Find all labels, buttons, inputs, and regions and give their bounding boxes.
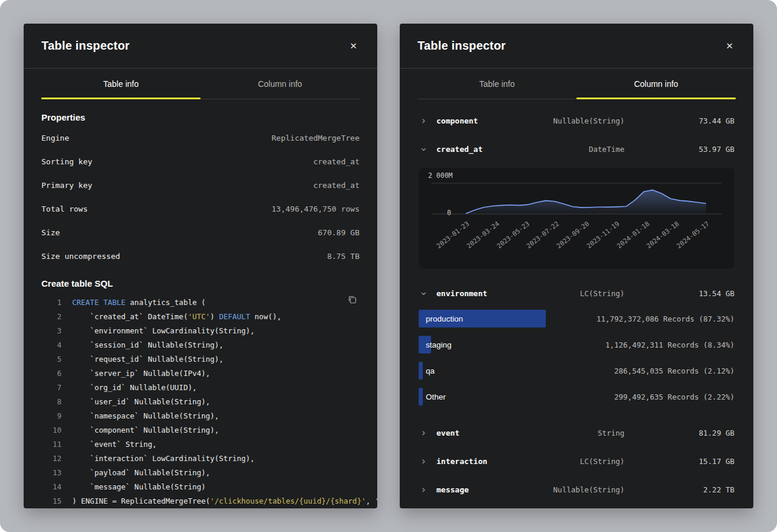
code-line: 14 `message` Nullable(String) xyxy=(41,480,360,494)
close-button[interactable]: ✕ xyxy=(347,39,360,53)
column-size: 13.54 GB xyxy=(658,289,734,298)
line-number: 4 xyxy=(41,338,61,352)
column-type: LC(String) xyxy=(547,289,658,298)
properties-heading: Properties xyxy=(41,112,360,122)
sql-code-block: 1CREATE TABLE analytics_table (2 `create… xyxy=(41,296,360,508)
line-number: 15 xyxy=(41,494,61,508)
property-label: Engine xyxy=(41,134,69,142)
column-size: 81.29 GB xyxy=(658,429,734,437)
column-size: 15.17 GB xyxy=(658,457,734,466)
property-value: 13,496,476,750 rows xyxy=(271,205,360,213)
property-value: 670.89 GB xyxy=(318,228,360,237)
line-number: 10 xyxy=(41,423,61,437)
column-name: environment xyxy=(436,289,547,298)
property-label: Sorting key xyxy=(41,157,92,166)
column-name: event xyxy=(436,429,547,437)
panel-title: Table inspector xyxy=(417,39,506,53)
code-line: 7 `org_id` Nullable(UUID), xyxy=(41,381,360,395)
line-number: 14 xyxy=(41,480,61,494)
tab-bar: Table infoColumn info xyxy=(41,69,360,99)
code-line: 4 `session_id` Nullable(String), xyxy=(41,338,360,352)
chevron-right-icon[interactable]: › xyxy=(419,428,428,438)
line-number: 8 xyxy=(41,395,61,409)
property-label: Total rows xyxy=(41,205,88,213)
chevron-right-icon[interactable]: › xyxy=(419,456,428,466)
code-line: 2 `created_at` DateTime('UTC') DEFAULT n… xyxy=(41,310,360,324)
code-line: 3 `environment` LowCardinality(String), xyxy=(41,324,360,338)
code-text: `server_ip` Nullable(IPv4), xyxy=(61,366,210,381)
x-axis-label: 2023-01-23 xyxy=(419,220,471,262)
code-text: `namespace` Nullable(String), xyxy=(61,409,219,423)
code-line: 13 `payload` Nullable(String), xyxy=(41,466,360,480)
code-line: 1CREATE TABLE analytics_table ( xyxy=(41,296,360,310)
table-inspector-panel-left: Table inspector ✕ Table infoColumn info … xyxy=(24,24,377,508)
distribution-row: qa286,545,035 Records (2.12%) xyxy=(419,362,734,379)
code-line: 5 `request_id` Nullable(String), xyxy=(41,352,360,366)
line-number: 12 xyxy=(41,452,61,466)
column-name: component xyxy=(436,116,547,125)
line-number: 13 xyxy=(41,466,61,480)
distribution-label: Other xyxy=(419,392,446,401)
column-name: interaction xyxy=(436,457,547,466)
close-button[interactable]: ✕ xyxy=(723,39,736,53)
chevron-down-icon[interactable]: › xyxy=(419,144,429,154)
tab-column-info[interactable]: Column info xyxy=(577,69,736,99)
code-text: `org_id` Nullable(UUID), xyxy=(61,381,197,395)
code-text: `session_id` Nullable(String), xyxy=(61,338,224,352)
code-text: `payload` Nullable(String), xyxy=(61,466,210,480)
column-row-component[interactable]: ›componentNullable(String)73.44 GB xyxy=(419,106,734,135)
column-type: LC(String) xyxy=(547,457,658,466)
property-label: Size xyxy=(41,228,60,237)
y-axis-label-max: 2 000M xyxy=(428,171,453,180)
line-number: 11 xyxy=(41,437,61,452)
chevron-right-icon[interactable]: › xyxy=(419,485,428,495)
distribution-records: 286,545,035 Records (2.12%) xyxy=(614,366,734,375)
column-type: Nullable(String) xyxy=(547,485,658,494)
property-row: Size uncompressed8.75 TB xyxy=(41,244,360,268)
column-type: Nullable(String) xyxy=(547,116,658,125)
code-line: 10 `component` Nullable(String), xyxy=(41,423,360,437)
line-number: 9 xyxy=(41,409,61,423)
code-text: CREATE TABLE analytics_table ( xyxy=(61,296,206,310)
chevron-right-icon[interactable]: › xyxy=(419,116,428,126)
code-text: `created_at` DateTime('UTC') DEFAULT now… xyxy=(61,310,281,324)
line-number: 2 xyxy=(41,310,61,324)
created-at-histogram-chart: 2 000M02023-01-232023-03-242023-05-23202… xyxy=(419,168,734,268)
distribution-records: 11,792,372,086 Records (87.32%) xyxy=(597,314,734,323)
code-text: `environment` LowCardinality(String), xyxy=(61,324,255,338)
tab-column-info[interactable]: Column info xyxy=(200,69,360,99)
line-number: 1 xyxy=(41,296,61,310)
code-line: 8 `user_id` Nullable(String), xyxy=(41,395,360,409)
code-text: `event` String, xyxy=(61,437,157,452)
column-name: created_at xyxy=(436,145,547,154)
column-row-environment[interactable]: ›environmentLC(String)13.54 GB xyxy=(419,279,734,307)
tab-table-info[interactable]: Table info xyxy=(41,69,200,99)
distribution-records: 1,126,492,311 Records (8.34%) xyxy=(606,340,734,349)
column-row-interaction[interactable]: ›interactionLC(String)15.17 GB xyxy=(419,447,734,475)
line-number: 7 xyxy=(41,381,61,395)
property-row: Size670.89 GB xyxy=(41,220,360,244)
panel-title: Table inspector xyxy=(41,39,130,53)
property-row: Primary keycreated_at xyxy=(41,173,360,197)
tab-bar: Table infoColumn info xyxy=(417,69,736,99)
property-row: Total rows13,496,476,750 rows xyxy=(41,197,360,220)
tab-table-info[interactable]: Table info xyxy=(417,69,577,99)
column-row-message[interactable]: ›messageNullable(String)2.22 TB xyxy=(419,475,734,504)
column-row-event[interactable]: ›eventString81.29 GB xyxy=(419,419,734,447)
line-number: 5 xyxy=(41,352,61,366)
code-text: `user_id` Nullable(String), xyxy=(61,395,210,409)
copy-sql-button[interactable] xyxy=(345,292,360,309)
environment-distribution: production11,792,372,086 Records (87.32%… xyxy=(419,307,734,419)
table-info-content: Properties EngineReplicatedMergeTreeSort… xyxy=(24,99,377,508)
column-type: DateTime xyxy=(547,145,658,154)
code-line: 9 `namespace` Nullable(String), xyxy=(41,409,360,423)
property-label: Primary key xyxy=(41,181,92,190)
columns-list: ›componentNullable(String)73.44 GB›creat… xyxy=(400,99,753,504)
property-row: EngineReplicatedMergeTree xyxy=(41,126,360,150)
column-row-created_at[interactable]: ›created_atDateTime53.97 GB xyxy=(419,135,734,163)
chevron-down-icon[interactable]: › xyxy=(419,288,429,298)
property-row: Sorting keycreated_at xyxy=(41,150,360,173)
code-line: 11 `event` String, xyxy=(41,437,360,452)
code-text: ) ENGINE = ReplicatedMergeTree('/clickho… xyxy=(61,494,377,508)
property-value: 8.75 TB xyxy=(327,252,360,261)
